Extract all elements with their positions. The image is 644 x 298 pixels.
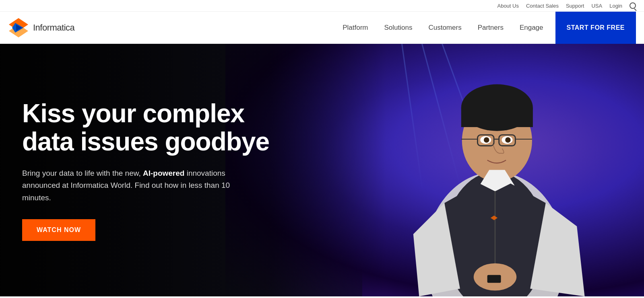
subtitle-bold: AI-powered: [143, 169, 184, 177]
svg-rect-22: [487, 275, 501, 283]
hero-subtitle: Bring your data to life with the new, AI…: [22, 167, 248, 204]
logo-text: Informatica: [33, 23, 74, 33]
svg-point-18: [505, 137, 511, 143]
login-link[interactable]: Login: [609, 3, 622, 9]
main-navbar: Informatica Platform Solutions Customers…: [0, 12, 644, 44]
support-link[interactable]: Support: [566, 3, 584, 9]
start-free-button[interactable]: START FOR FREE: [555, 12, 636, 44]
hero-content: Kiss your complex data issues goodbye Br…: [0, 99, 302, 241]
nav-solutions[interactable]: Solutions: [384, 24, 413, 32]
hero-person: [370, 44, 620, 296]
region-link[interactable]: USA: [591, 3, 602, 9]
svg-point-17: [484, 137, 489, 143]
search-icon[interactable]: [630, 2, 636, 9]
watch-now-button[interactable]: WATCH NOW: [22, 219, 95, 241]
svg-rect-9: [461, 108, 533, 127]
nav-customers[interactable]: Customers: [428, 24, 461, 32]
logo-area[interactable]: Informatica: [8, 17, 74, 38]
nav-links: Platform Solutions Customers Partners En…: [343, 24, 543, 32]
hero-title: Kiss your complex data issues goodbye: [22, 99, 302, 156]
about-us-link[interactable]: About Us: [497, 3, 518, 9]
utility-bar: About Us Contact Sales Support USA Login: [0, 0, 644, 12]
logo-icon: [8, 17, 29, 38]
nav-partners[interactable]: Partners: [478, 24, 504, 32]
nav-platform[interactable]: Platform: [343, 24, 368, 32]
subtitle-prefix: Bring your data to life with the new,: [22, 169, 143, 177]
nav-engage[interactable]: Engage: [520, 24, 543, 32]
person-illustration: [378, 55, 612, 296]
hero-section: Kiss your complex data issues goodbye Br…: [0, 44, 644, 296]
contact-sales-link[interactable]: Contact Sales: [526, 3, 559, 9]
